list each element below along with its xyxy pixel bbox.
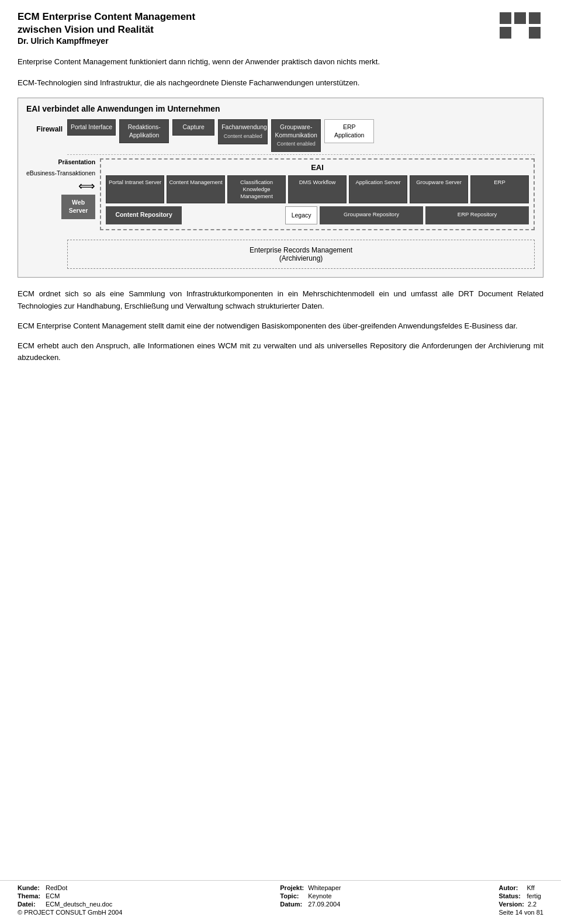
svg-rect-2 bbox=[529, 12, 541, 24]
footer-version-label: Version: bbox=[499, 901, 524, 908]
footer-datei-label: Datei: bbox=[18, 901, 42, 908]
svg-rect-0 bbox=[500, 12, 511, 24]
dms-workflow-box: DMS Workflow bbox=[288, 175, 347, 203]
groupware-server-box: Groupware Server bbox=[410, 175, 468, 203]
erp-box: ERP bbox=[470, 175, 529, 203]
fachanwendung-box: Fachanwendung Content enabled bbox=[218, 119, 268, 144]
footer-datum-value: 27.09.2004 bbox=[308, 901, 340, 908]
body-paragraph-1: ECM ordnet sich so als eine Sammlung von… bbox=[18, 288, 543, 312]
footer-page: Seite 14 von 81 bbox=[499, 909, 543, 916]
double-arrow: ⟺ bbox=[78, 180, 95, 192]
erm-box: Enterprise Records Management (Archivier… bbox=[67, 240, 535, 269]
footer-datei-value: ECM_deutsch_neu.doc bbox=[46, 901, 112, 908]
redaktions-applikation-box: Redaktions-Applikation bbox=[119, 119, 169, 143]
portal-intranet-server-box: Portal Intranet Server bbox=[106, 175, 164, 203]
author-name: Dr. Ulrich Kampffmeyer bbox=[18, 36, 195, 46]
content-repository-box: Content Repository bbox=[106, 206, 182, 225]
footer-right: Autor: Kff Status: fertig Version: 2.2 S… bbox=[499, 884, 543, 916]
eai-container: EAI Portal Intranet Server Content Manag… bbox=[100, 158, 535, 230]
firewall-label: Firewall bbox=[36, 125, 63, 133]
legacy-box: Legacy bbox=[285, 206, 317, 225]
erp-application-box: ERP Application bbox=[324, 119, 374, 143]
eai-title: EAI bbox=[106, 163, 529, 172]
svg-rect-3 bbox=[500, 27, 511, 39]
footer-topic-label: Topic: bbox=[280, 892, 304, 899]
page-header: ECM Enterprise Content Managementzwische… bbox=[18, 11, 543, 46]
portal-interface-box: Portal Interface bbox=[67, 119, 116, 136]
capture-box: Capture bbox=[172, 119, 214, 136]
erp-repository-box: ERP Repository bbox=[425, 206, 529, 225]
footer-middle: Projekt: Whitepaper Topic: Keynote Datum… bbox=[280, 884, 341, 916]
footer-status-value: fertig bbox=[527, 892, 541, 899]
main-title: ECM Enterprise Content Managementzwische… bbox=[18, 11, 195, 36]
footer-version-value: 2.2 bbox=[528, 901, 536, 908]
footer-autor-value: Kff bbox=[527, 884, 535, 891]
svg-rect-1 bbox=[514, 12, 526, 24]
footer-projekt-label: Projekt: bbox=[280, 884, 304, 891]
footer-projekt-value: Whitepaper bbox=[308, 884, 341, 891]
footer-status-label: Status: bbox=[499, 892, 524, 899]
classification-knowledge-box: Classification Knowledge Management bbox=[227, 175, 286, 203]
web-server-box: WebServer bbox=[61, 195, 95, 219]
groupware-repository-box: Groupware Repository bbox=[320, 206, 423, 225]
footer-topic-value: Keynote bbox=[308, 892, 331, 899]
footer-datum-label: Datum: bbox=[280, 901, 304, 908]
footer-thema-value: ECM bbox=[46, 892, 60, 899]
footer-autor-label: Autor: bbox=[499, 884, 524, 891]
groupware-kommunikation-box: Groupware-Kommunikation Content enabled bbox=[271, 119, 321, 152]
content-management-box: Content Management bbox=[167, 175, 225, 203]
logo bbox=[497, 11, 543, 43]
footer-kunde-value: RedDot bbox=[46, 884, 67, 891]
page-footer: Kunde: RedDot Thema: ECM Datei: ECM_deut… bbox=[0, 880, 561, 916]
ebusiness-label: eBusiness-Transaktionen bbox=[26, 169, 95, 178]
header-text-block: ECM Enterprise Content Managementzwische… bbox=[18, 11, 195, 46]
body-paragraph-2: ECM Enterprise Content Management stellt… bbox=[18, 320, 543, 332]
body-paragraph-3: ECM erhebt auch den Anspruch, alle Infor… bbox=[18, 340, 543, 364]
eai-section-title: EAI verbindet alle Anwendungen im Untern… bbox=[26, 104, 535, 113]
intro-paragraph-2: ECM-Technologien sind Infrastruktur, die… bbox=[18, 77, 543, 89]
footer-kunde-label: Kunde: bbox=[18, 884, 42, 891]
intro-paragraph-1: Enterprise Content Management funktionie… bbox=[18, 56, 543, 68]
svg-rect-4 bbox=[529, 27, 541, 39]
eai-diagram-section: EAI verbindet alle Anwendungen im Untern… bbox=[18, 98, 543, 278]
application-server-box: Application Server bbox=[349, 175, 407, 203]
footer-copyright: © PROJECT CONSULT GmbH 2004 bbox=[18, 909, 122, 916]
footer-thema-label: Thema: bbox=[18, 892, 42, 899]
prasentation-label: Präsentation bbox=[58, 158, 95, 167]
footer-left: Kunde: RedDot Thema: ECM Datei: ECM_deut… bbox=[18, 884, 122, 916]
